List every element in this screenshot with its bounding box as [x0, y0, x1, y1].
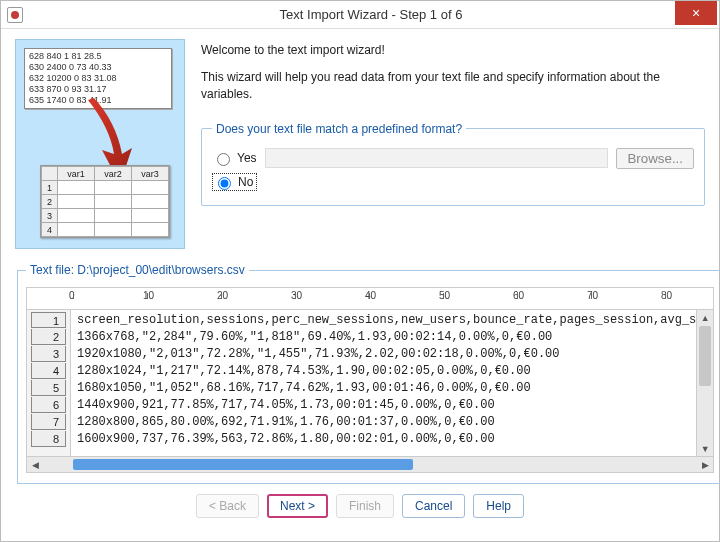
row-number: 1	[31, 312, 66, 328]
preview-line: 1440x900,921,77.85%,717,74.05%,1.73,00:0…	[77, 397, 696, 414]
row-number: 7	[31, 414, 66, 430]
cancel-button[interactable]: Cancel	[402, 494, 465, 518]
horizontal-scrollbar[interactable]: ◀ ▶	[26, 457, 714, 473]
ruler-tick: 70	[591, 288, 602, 299]
column-ruler: 01020304050607080	[26, 287, 714, 309]
wizard-buttons: < Back Next > Finish Cancel Help	[15, 484, 705, 530]
welcome-heading: Welcome to the text import wizard!	[201, 43, 705, 57]
preview-line: 1366x768,"2,284",79.60%,"1,818",69.40%,1…	[77, 329, 696, 346]
row-number: 5	[31, 380, 66, 396]
ruler-tick: 50	[443, 288, 454, 299]
illustration-data-grid: var1var2var3 1 2 3 4	[40, 165, 170, 238]
predefined-format-legend: Does your text file match a predefined f…	[212, 122, 466, 136]
row-number-gutter: 12345678	[27, 310, 71, 456]
text-file-legend: Text file: D:\project_00\edit\browsers.c…	[26, 263, 249, 277]
ruler-tick: 0	[73, 288, 79, 299]
row-number: 6	[31, 397, 66, 413]
radio-yes-label[interactable]: Yes	[237, 151, 257, 165]
text-file-group: Text file: D:\project_00\edit\browsers.c…	[17, 263, 720, 484]
scroll-left-icon[interactable]: ◀	[27, 457, 43, 472]
preview-line: 1920x1080,"2,013",72.28%,"1,455",71.93%,…	[77, 346, 696, 363]
scroll-up-icon[interactable]: ▲	[697, 310, 713, 325]
predefined-path-field	[265, 148, 609, 168]
row-number: 4	[31, 363, 66, 379]
window-title: Text Import Wizard - Step 1 of 6	[23, 7, 719, 22]
preview-line: 1600x900,737,76.39%,563,72.86%,1.80,00:0…	[77, 431, 696, 448]
radio-no-label[interactable]: No	[238, 175, 253, 189]
radio-no[interactable]	[218, 177, 231, 190]
scroll-down-icon[interactable]: ▼	[697, 441, 713, 456]
close-icon: ×	[692, 5, 700, 21]
app-icon	[7, 7, 23, 23]
illustration-panel: 628 840 1 81 28.5 630 2400 0 73 40.33 63…	[15, 39, 185, 249]
file-preview: 12345678 screen_resolution,sessions,perc…	[26, 309, 714, 457]
preview-line: 1280x1024,"1,217",72.14%,878,74.53%,1.90…	[77, 363, 696, 380]
titlebar: Text Import Wizard - Step 1 of 6 ×	[1, 1, 719, 29]
wizard-window: Text Import Wizard - Step 1 of 6 × 628 8…	[0, 0, 720, 542]
scroll-right-icon[interactable]: ▶	[697, 457, 713, 472]
close-button[interactable]: ×	[675, 1, 717, 25]
vertical-scroll-thumb[interactable]	[699, 326, 711, 386]
row-number: 2	[31, 329, 66, 345]
preview-line: screen_resolution,sessions,perc_new_sess…	[77, 312, 696, 329]
predefined-format-group: Does your text file match a predefined f…	[201, 122, 705, 206]
ruler-tick: 80	[665, 288, 676, 299]
preview-lines: screen_resolution,sessions,perc_new_sess…	[71, 310, 696, 456]
row-number: 3	[31, 346, 66, 362]
next-button[interactable]: Next >	[267, 494, 328, 518]
content-area: 628 840 1 81 28.5 630 2400 0 73 40.33 63…	[1, 29, 719, 541]
row-number: 8	[31, 431, 66, 447]
file-path: D:\project_00\edit\browsers.csv	[77, 263, 244, 277]
welcome-body: This wizard will help you read data from…	[201, 69, 705, 104]
horizontal-scroll-thumb[interactable]	[73, 459, 413, 470]
welcome-section: Welcome to the text import wizard! This …	[201, 39, 705, 249]
finish-button[interactable]: Finish	[336, 494, 394, 518]
ruler-tick: 10	[147, 288, 158, 299]
ruler-tick: 40	[369, 288, 380, 299]
ruler-tick: 30	[295, 288, 306, 299]
ruler-tick: 20	[221, 288, 232, 299]
vertical-scrollbar[interactable]: ▲ ▼	[696, 310, 713, 456]
radio-yes[interactable]	[217, 153, 230, 166]
preview-line: 1680x1050,"1,052",68.16%,717,74.62%,1.93…	[77, 380, 696, 397]
preview-line: 1280x800,865,80.00%,692,71.91%,1.76,00:0…	[77, 414, 696, 431]
ruler-tick: 60	[517, 288, 528, 299]
browse-button[interactable]: Browse...	[616, 148, 694, 169]
back-button[interactable]: < Back	[196, 494, 259, 518]
help-button[interactable]: Help	[473, 494, 524, 518]
